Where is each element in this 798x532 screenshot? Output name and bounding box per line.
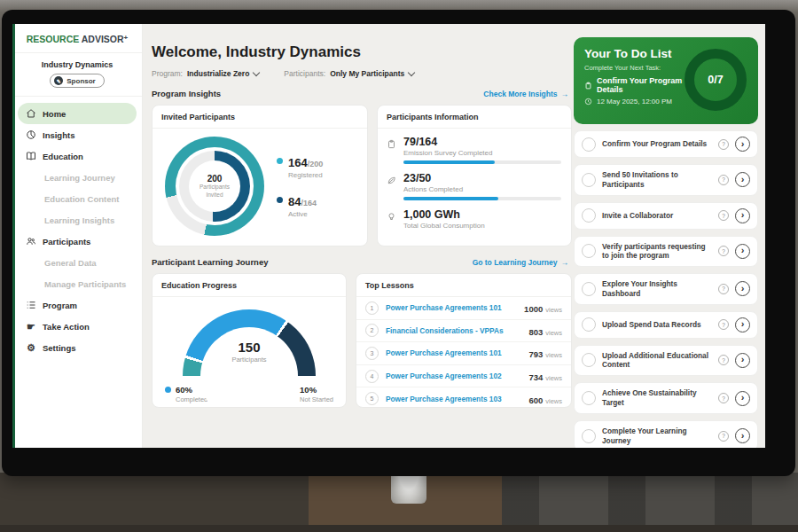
chevron-right-icon[interactable]: › xyxy=(735,281,750,296)
lesson-link[interactable]: Power Purchase Agreements 101 xyxy=(386,348,521,357)
participants-information-title: Participants Information xyxy=(378,106,571,129)
legend-dot xyxy=(165,387,171,393)
todo-next-task-label: Confirm Your Program Details xyxy=(597,76,698,94)
task-checkbox[interactable] xyxy=(582,244,596,258)
task-checkbox[interactable] xyxy=(582,137,596,152)
lesson-row[interactable]: 2 Financial Considerations - VPPAs 803vi… xyxy=(356,319,571,342)
todo-due-label: 12 May 2025, 12:00 PM xyxy=(597,98,672,106)
check-more-insights-link[interactable]: Check More Insights → xyxy=(483,90,568,98)
views-label: views xyxy=(545,329,562,337)
task-row[interactable]: Achieve One Sustainability Target ? › xyxy=(574,382,758,414)
task-label: Achieve One Sustainability Target xyxy=(602,388,712,408)
sidebar-item-program[interactable]: Program xyxy=(18,294,137,316)
program-filter[interactable]: Program: Industrialize Zero xyxy=(152,69,259,78)
learning-cards-row: Education Progress 150 Participants 60% … xyxy=(152,273,568,408)
task-row[interactable]: Upload Spend Data Records ? › xyxy=(574,311,758,339)
chevron-right-icon[interactable]: › xyxy=(735,208,750,223)
lesson-link[interactable]: Power Purchase Agreements 102 xyxy=(386,372,521,380)
task-label: Explore Your Insights Dashboard xyxy=(602,279,712,299)
sidebar-item-general-data[interactable]: General Data xyxy=(18,252,137,273)
info-icon[interactable]: ? xyxy=(718,139,729,150)
education-progress-title: Education Progress xyxy=(153,274,346,297)
go-to-learning-journey-label: Go to Learning Journey xyxy=(473,258,558,267)
sidebar-item-participants[interactable]: Participants xyxy=(18,231,137,252)
lesson-rank: 3 xyxy=(365,347,379,360)
lesson-link[interactable]: Financial Considerations - VPPAs xyxy=(386,326,521,335)
chevron-right-icon[interactable]: › xyxy=(735,391,750,406)
chevron-right-icon[interactable]: › xyxy=(735,317,750,332)
go-to-learning-journey-link[interactable]: Go to Learning Journey → xyxy=(473,258,568,267)
sponsor-badge[interactable]: ✎ Sponsor xyxy=(50,74,104,88)
invited-donut-chart: 200 ParticipantsInvited xyxy=(165,137,264,236)
logo-advisor: ADVISOR xyxy=(82,34,124,44)
info-icon[interactable]: ? xyxy=(718,319,729,330)
task-row[interactable]: Upload Additional Educational Content ? … xyxy=(574,345,758,377)
lesson-row[interactable]: 1 Power Purchase Agreements 101 1000view… xyxy=(356,297,571,319)
sidebar-item-education-content[interactable]: Education Content xyxy=(18,188,137,209)
sidebar-item-settings[interactable]: ⚙ Settings xyxy=(18,337,137,358)
lesson-link[interactable]: Power Purchase Agreements 103 xyxy=(386,395,521,403)
task-row[interactable]: Verify participants requesting to join t… xyxy=(574,236,758,268)
chevron-right-icon[interactable]: › xyxy=(735,137,750,152)
views-label: views xyxy=(545,306,562,314)
emission-survey-label: Emission Survey Completed xyxy=(403,149,561,157)
participants-filter[interactable]: Participants: Only My Participants xyxy=(284,69,414,78)
gauge-center-label: Participants xyxy=(183,356,316,364)
lesson-link[interactable]: Power Purchase Agreements 101 xyxy=(386,303,517,312)
task-label: Confirm Your Program Details xyxy=(602,139,712,149)
task-checkbox[interactable] xyxy=(582,429,596,443)
sidebar-item-education[interactable]: Education xyxy=(18,145,137,167)
background-desk-edge xyxy=(0,525,798,532)
task-row[interactable]: Send 50 Invitations to Participants ? › xyxy=(574,164,758,196)
participants-filter-label: Participants: xyxy=(284,69,325,78)
insights-cards-row: Invited Participants 200 ParticipantsInv… xyxy=(152,105,568,246)
invited-donut-center: 200 ParticipantsInvited xyxy=(189,160,240,212)
views-label: views xyxy=(545,374,562,382)
info-icon[interactable]: ? xyxy=(718,431,729,442)
arrow-right-icon: → xyxy=(561,90,569,98)
task-label: Upload Additional Educational Content xyxy=(602,351,712,371)
chevron-down-icon xyxy=(408,68,415,75)
sidebar-item-manage-participants[interactable]: Manage Participants xyxy=(18,273,137,294)
sidebar-item-learning-insights[interactable]: Learning Insights xyxy=(18,209,137,231)
sidebar-item-label: Settings xyxy=(43,343,75,353)
lesson-row[interactable]: 3 Power Purchase Agreements 101 793views xyxy=(356,341,571,364)
sidebar-item-label: Program xyxy=(43,301,77,310)
list-icon xyxy=(26,300,36,310)
task-label: Upload Spend Data Records xyxy=(602,320,712,330)
gear-icon: ⚙ xyxy=(26,342,36,353)
sidebar-item-take-action[interactable]: ☛ Take Action xyxy=(18,316,137,337)
task-checkbox[interactable] xyxy=(582,282,596,296)
task-row[interactable]: Invite a Collaborator ? › xyxy=(574,202,758,230)
task-checkbox[interactable] xyxy=(582,173,596,187)
program-filter-label: Program: xyxy=(152,69,183,78)
lesson-row[interactable]: 5 Power Purchase Agreements 103 600views xyxy=(356,387,571,408)
sidebar-item-home[interactable]: Home xyxy=(18,103,137,124)
info-icon[interactable]: ? xyxy=(718,393,729,403)
chevron-right-icon[interactable]: › xyxy=(735,353,750,368)
task-checkbox[interactable] xyxy=(582,208,596,223)
info-icon[interactable]: ? xyxy=(718,246,729,256)
todo-progress-value: 0/7 xyxy=(708,74,723,86)
task-checkbox[interactable] xyxy=(582,391,596,405)
chevron-right-icon[interactable]: › xyxy=(735,428,750,443)
info-icon[interactable]: ? xyxy=(718,284,729,294)
task-label: Complete Your Learning Journey xyxy=(602,426,712,446)
chevron-right-icon[interactable]: › xyxy=(735,244,750,259)
leaf-icon xyxy=(387,172,397,200)
task-checkbox[interactable] xyxy=(582,317,596,332)
lesson-row[interactable]: 4 Power Purchase Agreements 102 734views xyxy=(356,364,571,387)
chevron-right-icon[interactable]: › xyxy=(735,172,750,187)
task-row[interactable]: Explore Your Insights Dashboard ? › xyxy=(574,273,758,305)
task-row[interactable]: Complete Your Learning Journey ? › xyxy=(574,420,758,448)
info-icon[interactable]: ? xyxy=(718,175,729,185)
info-icon[interactable]: ? xyxy=(718,210,729,221)
task-checkbox[interactable] xyxy=(582,353,596,367)
sidebar-item-learning-journey[interactable]: Learning Journey xyxy=(18,167,137,188)
task-label: Verify participants requesting to join t… xyxy=(602,242,712,262)
task-label: Invite a Collaborator xyxy=(602,211,712,221)
info-icon[interactable]: ? xyxy=(718,355,729,365)
top-lessons-card: Top Lessons 1 Power Purchase Agreements … xyxy=(356,273,572,408)
task-row[interactable]: Confirm Your Program Details ? › xyxy=(574,130,758,158)
sidebar-item-insights[interactable]: Insights xyxy=(18,124,137,145)
